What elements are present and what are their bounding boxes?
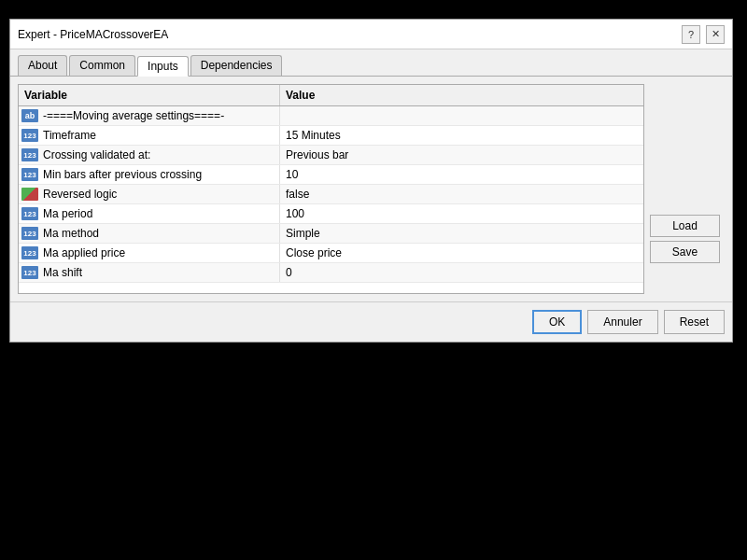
table-row[interactable]: 123 Ma applied price Close price xyxy=(19,244,643,263)
number-icon: 123 xyxy=(21,204,39,223)
col-variable-header: Variable xyxy=(19,85,280,105)
tab-dependencies[interactable]: Dependencies xyxy=(190,55,283,76)
title-bar-controls: ? ✕ xyxy=(682,25,725,44)
content-area: Variable Value ab -====Moving average se… xyxy=(10,77,732,301)
tab-bar: About Common Inputs Dependencies xyxy=(10,49,732,77)
table-row[interactable]: 123 Ma period 100 xyxy=(19,204,643,224)
row-value: 15 Minutes xyxy=(280,126,643,145)
side-buttons: Load Save xyxy=(650,84,725,294)
expert-window: Expert - PriceMACrossoverEA ? ✕ About Co… xyxy=(9,19,733,343)
bottom-bar: OK Annuler Reset xyxy=(10,301,732,342)
tab-about[interactable]: About xyxy=(18,55,67,76)
number-icon: 123 xyxy=(21,126,39,145)
row-value: 10 xyxy=(280,165,643,184)
save-button[interactable]: Save xyxy=(650,241,720,263)
tab-inputs[interactable]: Inputs xyxy=(137,56,189,77)
row-value: 100 xyxy=(280,204,643,223)
row-variable: Ma shift xyxy=(39,263,280,282)
table-row[interactable]: 123 Timeframe 15 Minutes xyxy=(19,126,643,146)
row-value: Previous bar xyxy=(280,146,643,164)
row-value: 0 xyxy=(280,263,643,282)
table-row[interactable]: 123 Min bars after previous crossing 10 xyxy=(19,165,643,185)
table-scroll-area[interactable]: ab -====Moving average settings====- 123… xyxy=(19,106,643,293)
ab-icon: ab xyxy=(21,106,39,125)
number-icon: 123 xyxy=(21,263,39,282)
number-icon: 123 xyxy=(21,165,39,184)
table-header: Variable Value xyxy=(19,85,643,106)
table-row: ab -====Moving average settings====- xyxy=(19,106,643,126)
row-variable: Timeframe xyxy=(39,126,280,145)
bool-icon xyxy=(21,185,39,203)
section-label: -====Moving average settings====- xyxy=(39,106,280,125)
ok-button[interactable]: OK xyxy=(532,310,582,334)
row-value: false xyxy=(280,185,643,203)
row-variable: Ma applied price xyxy=(39,244,280,262)
row-value: Simple xyxy=(280,224,643,243)
table-row[interactable]: Reversed logic false xyxy=(19,185,643,204)
row-variable: Crossing validated at: xyxy=(39,146,280,164)
close-button[interactable]: ✕ xyxy=(706,25,725,44)
window-title: Expert - PriceMACrossoverEA xyxy=(18,28,168,41)
reset-button[interactable]: Reset xyxy=(664,310,725,334)
row-variable: Reversed logic xyxy=(39,185,280,203)
title-bar: Expert - PriceMACrossoverEA ? ✕ xyxy=(10,20,732,49)
row-variable: Ma period xyxy=(39,204,280,223)
tab-common[interactable]: Common xyxy=(69,55,135,76)
cancel-button[interactable]: Annuler xyxy=(587,310,657,334)
col-value-header: Value xyxy=(280,85,643,105)
load-button[interactable]: Load xyxy=(650,215,720,237)
row-variable: Min bars after previous crossing xyxy=(39,165,280,184)
table-row[interactable]: 123 Ma shift 0 xyxy=(19,263,643,283)
table-row[interactable]: 123 Crossing validated at: Previous bar xyxy=(19,146,643,165)
inputs-table: Variable Value ab -====Moving average se… xyxy=(18,84,644,294)
row-variable: Ma method xyxy=(39,224,280,243)
number-icon: 123 xyxy=(21,146,39,164)
number-icon: 123 xyxy=(21,224,39,243)
number-icon: 123 xyxy=(21,244,39,262)
table-row[interactable]: 123 Ma method Simple xyxy=(19,224,643,244)
row-value: Close price xyxy=(280,244,643,262)
help-button[interactable]: ? xyxy=(682,25,700,44)
